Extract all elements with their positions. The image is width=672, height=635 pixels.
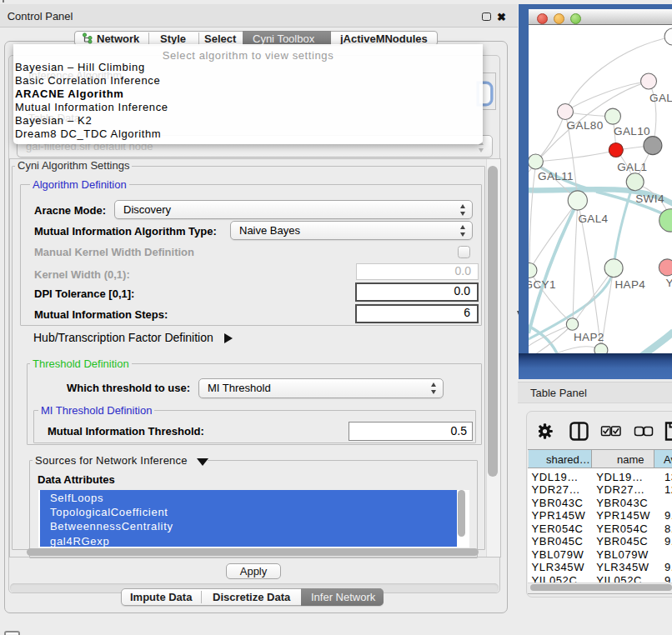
svg-text:GAL7: GAL7: [649, 92, 672, 104]
svg-text:Y: Y: [666, 277, 672, 289]
svg-text:GCY1: GCY1: [529, 278, 556, 291]
svg-text:GAL1: GAL1: [617, 161, 647, 173]
svg-text:GAL10: GAL10: [614, 125, 650, 138]
svg-text:GAL4: GAL4: [578, 212, 608, 225]
svg-text:HAP2: HAP2: [574, 331, 604, 343]
svg-text:SWI4: SWI4: [635, 192, 664, 205]
svg-text:GAL80: GAL80: [567, 119, 604, 132]
svg-text:GAL11: GAL11: [538, 170, 574, 182]
svg-text:HAP4: HAP4: [614, 278, 645, 291]
